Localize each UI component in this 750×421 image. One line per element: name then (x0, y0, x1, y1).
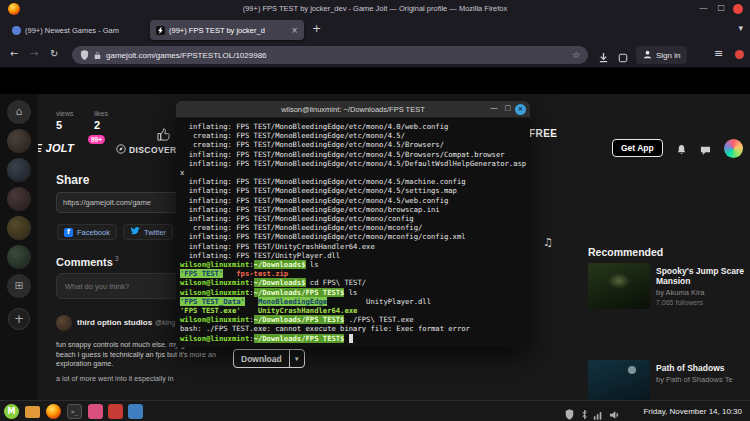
taskbar: M >_ Friday, November 14, 10:30 (0, 400, 750, 421)
twitter-bird-icon (130, 227, 140, 237)
taskbar-clock[interactable]: Friday, November 14, 10:30 (643, 407, 742, 416)
get-app-label: Get App (621, 143, 654, 153)
file-manager-icon[interactable] (25, 406, 40, 418)
views-label: views (56, 110, 74, 117)
game-author: by Path of Shadows Te (656, 375, 746, 384)
likes-value: 2 (94, 119, 100, 131)
window-maximize-button[interactable]: □ (717, 3, 725, 12)
hamburger-menu-icon[interactable]: ≡ (714, 47, 723, 60)
tray-network-icon[interactable] (593, 406, 603, 421)
facebook-label: Facebook (77, 228, 110, 237)
comments-label: Comments (56, 256, 113, 268)
url-text: gamejolt.com/games/FPSTESTLOL/1029986 (106, 51, 267, 60)
terminal-launcher-icon[interactable]: >_ (67, 404, 82, 419)
back-button[interactable]: ← (10, 48, 18, 59)
terminal-window[interactable]: wilson@linuxmint: ~/Downloads/FPS TEST —… (176, 101, 530, 347)
shield-icon[interactable] (80, 46, 89, 64)
compass-icon (116, 144, 126, 156)
notifications-bell-icon[interactable] (676, 141, 687, 159)
game-author: by Akuma Kira (656, 288, 746, 297)
discover-label: DISCOVER (129, 145, 177, 155)
sign-in-label: Sign in (656, 51, 680, 60)
recording-indicator-icon[interactable] (735, 50, 744, 59)
tab-newest-games[interactable]: (99+) Newest Games - Gam (6, 20, 146, 40)
library-sidebar: ⌂ ⊞ + (0, 94, 38, 400)
mint-menu-button[interactable]: M (4, 404, 19, 419)
user-avatar[interactable] (724, 139, 743, 158)
new-tab-button[interactable]: + (312, 22, 321, 35)
comment-author[interactable]: third option studios (77, 318, 152, 327)
account-person-icon (643, 50, 652, 61)
comment-handle: @king (155, 319, 175, 326)
gamejolt-header: GAME JOLT 99+ DISCOVER STORE ⋮ Get App (0, 68, 750, 94)
tab-close-icon[interactable]: × (291, 26, 298, 35)
tab-fps-test-active[interactable]: (99+) FPS TEST by jocker_d × (150, 20, 304, 40)
terminal-title: wilson@linuxmint: ~/Downloads/FPS TEST (176, 101, 530, 118)
tray-bluetooth-icon[interactable] (581, 406, 588, 421)
recommended-card[interactable]: Path of Shadows by Path of Shadows Te (656, 363, 746, 384)
sidebar-game-avatar[interactable] (7, 187, 31, 211)
app-launcher-icon[interactable] (128, 404, 143, 419)
get-app-button[interactable]: Get App (612, 139, 663, 157)
terminal-output[interactable]: inflating: FPS TEST/MonoBleedingEdge/etc… (176, 118, 530, 347)
sidebar-add-button[interactable]: + (8, 308, 30, 330)
commenter-avatar[interactable] (56, 315, 72, 331)
tab-bar: (99+) Newest Games - Gam (99+) FPS TEST … (0, 18, 750, 42)
recommended-card[interactable]: Spooky's Jump Scare Mansion by Akuma Kir… (656, 266, 746, 306)
messages-chat-icon[interactable] (700, 142, 711, 160)
window-minimize-button[interactable]: — (699, 3, 708, 13)
facebook-icon: f (64, 228, 73, 237)
firefox-launcher-icon[interactable] (46, 404, 61, 419)
share-facebook-button[interactable]: f Facebook (57, 224, 117, 240)
gamejolt-favicon (156, 26, 165, 35)
forward-button[interactable]: → (30, 48, 38, 59)
terminal-maximize-button[interactable]: □ (504, 104, 511, 112)
sidebar-grid-icon[interactable]: ⊞ (7, 274, 31, 298)
share-twitter-button[interactable]: Twitter (123, 224, 173, 240)
desktop: (99+) FPS TEST by jocker_dev - Game Jolt… (0, 0, 750, 421)
notification-count-badge: 99+ (88, 135, 105, 144)
bookmark-star-icon[interactable]: ☆ (572, 50, 580, 60)
sign-in-button[interactable]: Sign in (636, 46, 687, 64)
reload-button[interactable]: ↻ (50, 48, 58, 59)
share-heading: Share (56, 173, 89, 187)
downloads-icon[interactable] (598, 49, 609, 67)
tray-volume-icon[interactable] (609, 406, 620, 421)
game-title[interactable]: Path of Shadows (656, 363, 746, 373)
lock-icon[interactable] (94, 46, 101, 64)
terminal-titlebar[interactable]: wilson@linuxmint: ~/Downloads/FPS TEST —… (176, 101, 530, 118)
sidebar-game-avatar[interactable] (7, 245, 31, 269)
price-free-label: FREE (529, 128, 557, 139)
comments-heading: Comments3 (56, 255, 119, 268)
firefox-titlebar[interactable]: (99+) FPS TEST by jocker_dev - Game Jolt… (0, 0, 750, 18)
like-thumbs-up-icon[interactable] (157, 127, 170, 145)
sidebar-game-avatar[interactable] (7, 129, 31, 153)
terminal-close-button[interactable]: × (515, 104, 526, 115)
app-launcher-icon[interactable] (108, 404, 123, 419)
sidebar-home-item[interactable]: ⌂ (7, 100, 31, 124)
window-title: (99+) FPS TEST by jocker_dev - Game Jolt… (0, 4, 750, 13)
thumbnail-art (628, 366, 636, 374)
thumbnail-art (608, 273, 630, 289)
tray-shield-icon[interactable] (565, 406, 574, 421)
app-launcher-icon[interactable] (88, 404, 103, 419)
sidebar-game-avatar[interactable] (7, 158, 31, 182)
views-value: 5 (56, 119, 62, 131)
tab-favicon (12, 26, 21, 35)
game-title[interactable]: Spooky's Jump Scare Mansion (656, 266, 746, 286)
sidebar-game-avatar[interactable] (7, 216, 31, 240)
game-followers: 7,065 followers (656, 299, 746, 306)
download-label: Download (234, 354, 289, 364)
recommended-heading: Recommended (588, 246, 663, 258)
extensions-icon[interactable] (618, 49, 628, 67)
window-close-button[interactable] (733, 4, 743, 14)
tab-label: (99+) Newest Games - Gam (25, 26, 119, 35)
game-thumbnail-spookys[interactable] (588, 263, 650, 309)
address-bar[interactable]: gamejolt.com/games/FPSTESTLOL/1029986 ☆ (72, 46, 588, 64)
terminal-minimize-button[interactable]: — (490, 104, 498, 113)
nav-discover[interactable]: DISCOVER (116, 144, 177, 156)
comment-author-row: third option studios@king (77, 318, 175, 327)
download-button[interactable]: Download ▾ (233, 349, 305, 368)
download-chevron-icon[interactable]: ▾ (290, 355, 304, 363)
list-all-tabs-icon[interactable]: ▾ (738, 23, 743, 33)
